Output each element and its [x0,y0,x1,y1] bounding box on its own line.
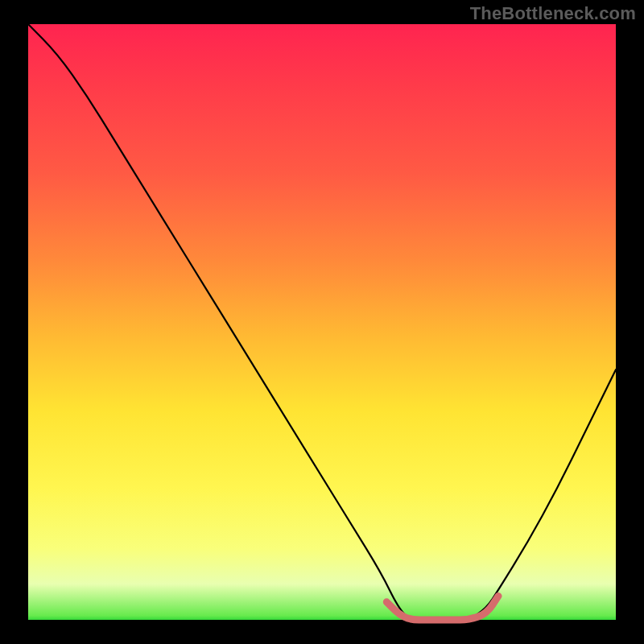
highlight-segment [386,596,498,620]
chart-frame: TheBottleneck.com [0,0,644,644]
watermark-text: TheBottleneck.com [470,3,636,24]
plot-area [28,24,616,620]
chart-svg [28,24,616,620]
curve-line [28,24,616,620]
